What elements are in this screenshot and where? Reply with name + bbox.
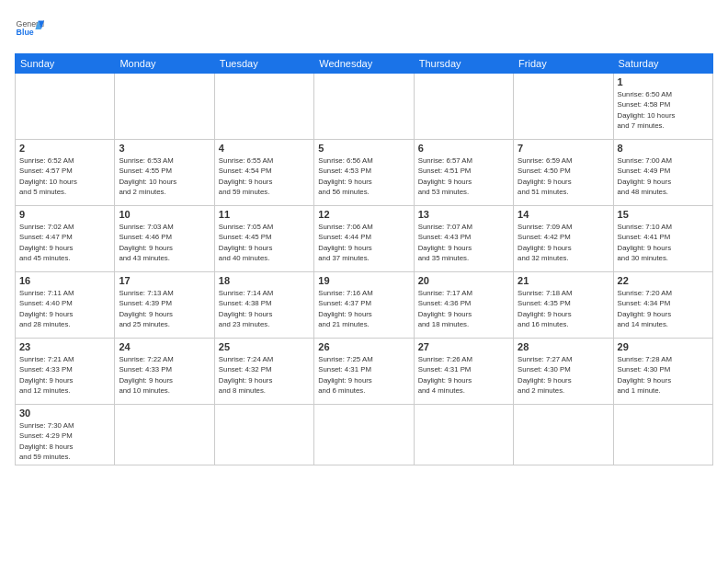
calendar-cell (314, 405, 414, 465)
calendar-cell (115, 405, 214, 465)
calendar-cell (115, 74, 214, 140)
day-number: 25 (219, 341, 310, 352)
svg-text:Blue: Blue (17, 28, 34, 37)
day-info: Sunrise: 7:20 AMSunset: 4:34 PMDaylight:… (618, 288, 709, 329)
day-number: 18 (219, 275, 310, 286)
day-number: 29 (618, 341, 709, 352)
calendar-cell: 28Sunrise: 7:27 AMSunset: 4:30 PMDayligh… (514, 339, 613, 405)
day-number: 23 (19, 341, 110, 352)
day-info: Sunrise: 7:02 AMSunset: 4:47 PMDaylight:… (19, 222, 110, 263)
day-info: Sunrise: 7:03 AMSunset: 4:46 PMDaylight:… (119, 222, 210, 263)
day-info: Sunrise: 7:07 AMSunset: 4:43 PMDaylight:… (418, 222, 509, 263)
calendar-cell (314, 74, 414, 140)
day-info: Sunrise: 7:09 AMSunset: 4:42 PMDaylight:… (518, 222, 609, 263)
calendar-cell: 22Sunrise: 7:20 AMSunset: 4:34 PMDayligh… (613, 272, 712, 339)
calendar-cell: 5Sunrise: 6:56 AMSunset: 4:53 PMDaylight… (314, 140, 414, 206)
calendar-cell (514, 405, 613, 465)
day-number: 8 (618, 143, 709, 154)
day-number: 16 (19, 275, 110, 286)
day-number: 1 (618, 76, 709, 87)
day-number: 2 (19, 143, 110, 154)
calendar-cell: 25Sunrise: 7:24 AMSunset: 4:32 PMDayligh… (214, 339, 313, 405)
day-info: Sunrise: 7:27 AMSunset: 4:30 PMDaylight:… (518, 354, 609, 396)
calendar-cell: 27Sunrise: 7:26 AMSunset: 4:31 PMDayligh… (414, 339, 513, 405)
calendar-cell (214, 74, 313, 140)
day-info: Sunrise: 6:50 AMSunset: 4:58 PMDaylight:… (618, 89, 709, 131)
day-info: Sunrise: 6:57 AMSunset: 4:51 PMDaylight:… (418, 155, 509, 197)
day-number: 6 (418, 143, 509, 154)
weekday-header-monday: Monday (115, 54, 214, 74)
day-number: 21 (518, 275, 609, 286)
day-info: Sunrise: 7:18 AMSunset: 4:35 PMDaylight:… (518, 288, 609, 329)
day-number: 17 (119, 275, 210, 286)
calendar: SundayMondayTuesdayWednesdayThursdayFrid… (15, 53, 713, 465)
day-number: 15 (618, 209, 709, 220)
weekday-header-tuesday: Tuesday (214, 54, 313, 74)
weekday-header-wednesday: Wednesday (314, 54, 414, 74)
calendar-week-6: 30Sunrise: 7:30 AMSunset: 4:29 PMDayligh… (16, 405, 713, 465)
calendar-cell: 26Sunrise: 7:25 AMSunset: 4:31 PMDayligh… (314, 339, 414, 405)
calendar-cell: 18Sunrise: 7:14 AMSunset: 4:38 PMDayligh… (214, 272, 313, 339)
weekday-header-friday: Friday (514, 54, 613, 74)
calendar-cell: 3Sunrise: 6:53 AMSunset: 4:55 PMDaylight… (115, 140, 214, 206)
calendar-cell: 15Sunrise: 7:10 AMSunset: 4:41 PMDayligh… (613, 206, 712, 272)
calendar-cell: 13Sunrise: 7:07 AMSunset: 4:43 PMDayligh… (414, 206, 513, 272)
calendar-week-5: 23Sunrise: 7:21 AMSunset: 4:33 PMDayligh… (16, 339, 713, 405)
calendar-cell (414, 74, 513, 140)
day-number: 20 (418, 275, 509, 286)
calendar-cell: 21Sunrise: 7:18 AMSunset: 4:35 PMDayligh… (514, 272, 613, 339)
day-info: Sunrise: 7:28 AMSunset: 4:30 PMDaylight:… (618, 354, 709, 396)
day-info: Sunrise: 7:14 AMSunset: 4:38 PMDaylight:… (219, 288, 310, 329)
day-number: 3 (119, 143, 210, 154)
header: General Blue (15, 15, 713, 44)
calendar-week-1: 1Sunrise: 6:50 AMSunset: 4:58 PMDaylight… (16, 74, 713, 140)
calendar-cell (214, 405, 313, 465)
day-number: 7 (518, 143, 609, 154)
calendar-cell (414, 405, 513, 465)
calendar-cell: 20Sunrise: 7:17 AMSunset: 4:36 PMDayligh… (414, 272, 513, 339)
calendar-cell: 7Sunrise: 6:59 AMSunset: 4:50 PMDaylight… (514, 140, 613, 206)
day-info: Sunrise: 7:21 AMSunset: 4:33 PMDaylight:… (19, 354, 110, 396)
day-number: 24 (119, 341, 210, 352)
day-info: Sunrise: 6:55 AMSunset: 4:54 PMDaylight:… (219, 155, 310, 197)
calendar-cell: 10Sunrise: 7:03 AMSunset: 4:46 PMDayligh… (115, 206, 214, 272)
calendar-cell: 11Sunrise: 7:05 AMSunset: 4:45 PMDayligh… (214, 206, 313, 272)
day-info: Sunrise: 7:17 AMSunset: 4:36 PMDaylight:… (418, 288, 509, 329)
day-number: 22 (618, 275, 709, 286)
day-number: 28 (518, 341, 609, 352)
calendar-cell: 23Sunrise: 7:21 AMSunset: 4:33 PMDayligh… (16, 339, 115, 405)
calendar-cell: 14Sunrise: 7:09 AMSunset: 4:42 PMDayligh… (514, 206, 613, 272)
day-number: 14 (518, 209, 609, 220)
calendar-week-2: 2Sunrise: 6:52 AMSunset: 4:57 PMDaylight… (16, 140, 713, 206)
day-info: Sunrise: 6:52 AMSunset: 4:57 PMDaylight:… (19, 155, 110, 197)
day-number: 19 (318, 275, 409, 286)
day-number: 4 (219, 143, 310, 154)
calendar-cell: 17Sunrise: 7:13 AMSunset: 4:39 PMDayligh… (115, 272, 214, 339)
calendar-week-3: 9Sunrise: 7:02 AMSunset: 4:47 PMDaylight… (16, 206, 713, 272)
calendar-cell: 12Sunrise: 7:06 AMSunset: 4:44 PMDayligh… (314, 206, 414, 272)
weekday-header-row: SundayMondayTuesdayWednesdayThursdayFrid… (16, 54, 713, 74)
calendar-cell (16, 74, 115, 140)
day-info: Sunrise: 7:05 AMSunset: 4:45 PMDaylight:… (219, 222, 310, 263)
day-info: Sunrise: 7:10 AMSunset: 4:41 PMDaylight:… (618, 222, 709, 263)
day-number: 27 (418, 341, 509, 352)
day-info: Sunrise: 6:59 AMSunset: 4:50 PMDaylight:… (518, 155, 609, 197)
calendar-cell: 4Sunrise: 6:55 AMSunset: 4:54 PMDaylight… (214, 140, 313, 206)
day-info: Sunrise: 6:53 AMSunset: 4:55 PMDaylight:… (119, 155, 210, 197)
day-info: Sunrise: 7:26 AMSunset: 4:31 PMDaylight:… (418, 354, 509, 396)
calendar-cell: 24Sunrise: 7:22 AMSunset: 4:33 PMDayligh… (115, 339, 214, 405)
calendar-cell (514, 74, 613, 140)
calendar-cell: 2Sunrise: 6:52 AMSunset: 4:57 PMDaylight… (16, 140, 115, 206)
logo-icon: General Blue (15, 15, 44, 44)
calendar-cell: 9Sunrise: 7:02 AMSunset: 4:47 PMDaylight… (16, 206, 115, 272)
day-info: Sunrise: 7:30 AMSunset: 4:29 PMDaylight:… (19, 420, 110, 462)
weekday-header-sunday: Sunday (16, 54, 115, 74)
weekday-header-saturday: Saturday (613, 54, 712, 74)
day-info: Sunrise: 7:24 AMSunset: 4:32 PMDaylight:… (219, 354, 310, 396)
day-number: 12 (318, 209, 409, 220)
day-info: Sunrise: 6:56 AMSunset: 4:53 PMDaylight:… (318, 155, 409, 197)
day-number: 11 (219, 209, 310, 220)
day-info: Sunrise: 7:00 AMSunset: 4:49 PMDaylight:… (618, 155, 709, 197)
calendar-cell: 16Sunrise: 7:11 AMSunset: 4:40 PMDayligh… (16, 272, 115, 339)
day-info: Sunrise: 7:06 AMSunset: 4:44 PMDaylight:… (318, 222, 409, 263)
